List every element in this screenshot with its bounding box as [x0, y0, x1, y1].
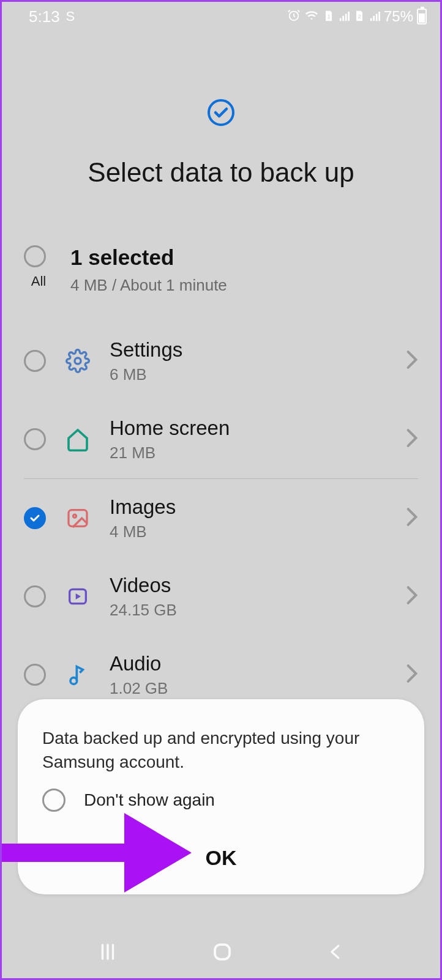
page-header: Select data to back up — [2, 31, 440, 188]
item-size: 21 MB — [110, 444, 388, 462]
item-title: Settings — [110, 338, 388, 362]
alarm-icon — [287, 7, 301, 26]
svg-text:1: 1 — [327, 13, 330, 20]
item-size: 6 MB — [110, 365, 388, 384]
backup-estimate: 4 MB / About 1 minute — [70, 276, 227, 295]
selection-summary: All 1 selected 4 MB / About 1 minute — [2, 188, 440, 322]
select-all-label: All — [24, 273, 53, 289]
item-size: 4 MB — [110, 522, 388, 541]
recents-button[interactable] — [97, 941, 118, 965]
dont-show-label: Don't show again — [84, 790, 215, 810]
home-button[interactable] — [211, 941, 233, 965]
info-toast: Data backed up and encrypted using your … — [18, 699, 424, 894]
chevron-right-icon[interactable] — [406, 585, 418, 607]
status-time: 5:13 — [29, 7, 60, 26]
status-bar: 5:13 S 1 2 75% — [2, 2, 440, 31]
home-icon — [64, 426, 91, 453]
svg-rect-9 — [215, 945, 230, 959]
item-size: 24.15 GB — [110, 601, 388, 620]
item-title: Home screen — [110, 417, 388, 440]
call-sim2-icon: 2 — [353, 7, 365, 26]
ok-button[interactable]: OK — [42, 846, 400, 875]
video-icon — [64, 583, 91, 610]
chevron-right-icon[interactable] — [406, 428, 418, 450]
backup-item-list: Settings 6 MB Home screen 21 MB — [2, 322, 440, 714]
checkbox-audio[interactable] — [24, 664, 46, 686]
signal1-icon — [339, 7, 350, 26]
backup-item-settings[interactable]: Settings 6 MB — [24, 322, 418, 400]
gear-icon — [64, 347, 91, 374]
item-title: Videos — [110, 574, 388, 597]
checkmark-circle-icon — [207, 98, 235, 127]
item-title: Images — [110, 496, 388, 519]
audio-icon — [64, 661, 91, 688]
chevron-right-icon[interactable] — [406, 507, 418, 529]
svg-text:2: 2 — [358, 13, 361, 20]
item-title: Audio — [110, 652, 388, 675]
svg-rect-5 — [69, 510, 87, 527]
back-button[interactable] — [326, 941, 345, 965]
svg-point-6 — [73, 514, 77, 518]
battery-icon — [417, 9, 427, 24]
backup-item-images[interactable]: Images 4 MB — [24, 479, 418, 557]
image-icon — [64, 505, 91, 532]
checkbox-settings[interactable] — [24, 350, 46, 372]
checkbox-videos[interactable] — [24, 585, 46, 607]
call-sim1-icon: 1 — [323, 7, 335, 26]
signal2-icon — [369, 7, 380, 26]
selected-count: 1 selected — [70, 245, 227, 270]
navigation-bar — [2, 928, 440, 978]
backup-item-videos[interactable]: Videos 24.15 GB — [24, 557, 418, 636]
chevron-right-icon[interactable] — [406, 664, 418, 686]
battery-percent: 75% — [384, 8, 413, 25]
item-size: 1.02 GB — [110, 679, 388, 698]
status-app-indicator: S — [66, 9, 75, 24]
checkbox-images[interactable] — [24, 507, 46, 529]
chevron-right-icon[interactable] — [406, 350, 418, 372]
toast-message: Data backed up and encrypted using your … — [42, 726, 400, 774]
checkbox-homescreen[interactable] — [24, 428, 46, 450]
wifi-icon — [304, 7, 319, 26]
page-title: Select data to back up — [2, 157, 440, 188]
select-all-checkbox[interactable] — [24, 245, 46, 267]
backup-item-homescreen[interactable]: Home screen 21 MB — [24, 400, 418, 478]
dont-show-checkbox[interactable] — [42, 789, 66, 812]
svg-point-4 — [75, 358, 81, 364]
